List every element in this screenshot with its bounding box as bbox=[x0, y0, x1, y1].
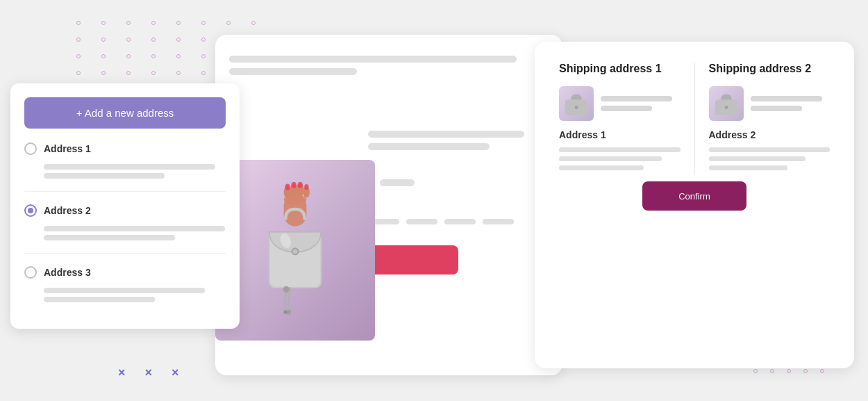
ship-addr-2-line-2 bbox=[709, 156, 806, 161]
svg-point-6 bbox=[285, 184, 290, 190]
address-1-line-2 bbox=[44, 173, 165, 179]
x-marks-decoration: × × × bbox=[118, 366, 179, 380]
product-thumbnail-2 bbox=[709, 86, 744, 121]
product-thumbnail-1 bbox=[559, 86, 594, 121]
address-1-label: Address 1 bbox=[44, 143, 91, 154]
address-2-label: Address 2 bbox=[44, 205, 91, 216]
svg-point-19 bbox=[284, 310, 287, 313]
address-3-line-1 bbox=[44, 288, 205, 293]
address-selector-card: + Add a new address Address 1 Address 2 … bbox=[10, 83, 240, 329]
address-1-line-1 bbox=[44, 164, 215, 170]
product-1-line-2 bbox=[601, 106, 652, 111]
radio-address-2[interactable] bbox=[24, 204, 37, 217]
address-option-1[interactable]: Address 1 bbox=[24, 142, 226, 192]
address-3-line-2 bbox=[44, 297, 155, 302]
shipping-btn-row: Confirm bbox=[556, 181, 833, 211]
shipping-product-2 bbox=[709, 86, 831, 121]
ship-addr-2-line-1 bbox=[709, 147, 831, 152]
address-2-line-2 bbox=[44, 235, 175, 240]
svg-point-8 bbox=[298, 182, 303, 188]
svg-point-21 bbox=[575, 106, 578, 109]
product-2-line-1 bbox=[751, 96, 822, 101]
address-3-label: Address 3 bbox=[44, 267, 91, 278]
address-2-section-label: Address 2 bbox=[709, 129, 831, 140]
address-2-line-1 bbox=[44, 226, 225, 231]
shipping-card: Shipping address 1 Address 1 bbox=[535, 42, 854, 368]
svg-point-17 bbox=[283, 286, 290, 293]
radio-address-3[interactable] bbox=[24, 266, 37, 279]
shipping-address-1-title: Shipping address 1 bbox=[559, 63, 681, 75]
ship-addr-1-line-3 bbox=[559, 165, 644, 170]
x-mark-3: × bbox=[172, 366, 179, 380]
ship-addr-2-line-3 bbox=[709, 165, 787, 170]
address-option-2[interactable]: Address 2 bbox=[24, 204, 226, 254]
svg-point-7 bbox=[292, 182, 297, 188]
address-1-section-label: Address 1 bbox=[559, 129, 681, 140]
svg-point-13 bbox=[292, 249, 297, 254]
svg-point-9 bbox=[304, 184, 308, 190]
ship-addr-1-line-1 bbox=[559, 147, 681, 152]
product-2-text-lines bbox=[751, 96, 831, 111]
shipping-col-1: Shipping address 1 Address 1 bbox=[556, 63, 695, 174]
x-mark-2: × bbox=[145, 366, 153, 380]
address-option-3[interactable]: Address 3 bbox=[24, 266, 226, 315]
radio-address-1[interactable] bbox=[24, 142, 37, 155]
confirm-button[interactable]: Confirm bbox=[642, 181, 746, 211]
product-2-line-2 bbox=[751, 106, 802, 111]
ship-addr-1-line-2 bbox=[559, 156, 662, 161]
product-1-text-lines bbox=[601, 96, 681, 111]
product-1-line-1 bbox=[601, 96, 672, 101]
shipping-product-1 bbox=[559, 86, 681, 121]
handbag-svg bbox=[233, 181, 358, 320]
shipping-address-2-title: Shipping address 2 bbox=[709, 63, 831, 75]
buy-button-placeholder bbox=[368, 245, 458, 275]
svg-point-23 bbox=[724, 106, 728, 109]
add-address-button[interactable]: + Add a new address bbox=[24, 97, 226, 129]
x-mark-1: × bbox=[118, 366, 126, 380]
shipping-col-2: Shipping address 2 Address 2 bbox=[695, 63, 834, 174]
